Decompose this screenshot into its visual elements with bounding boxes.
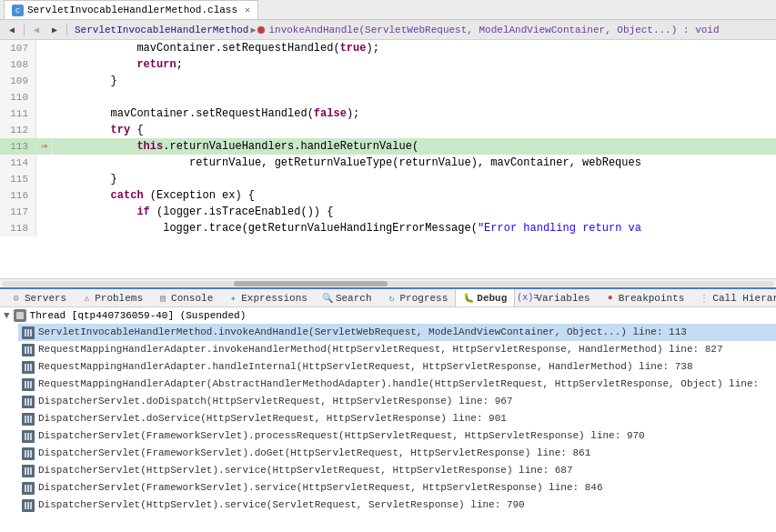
stack-frame-icon-4 (22, 396, 35, 408)
tab-console-label: Console (171, 293, 213, 304)
stack-frame-icon-2 (22, 361, 35, 374)
editor-tab[interactable]: C ServletInvocableHandlerMethod.class ✕ (4, 0, 258, 19)
toolbar-separator-2 (66, 24, 67, 36)
thread-header: ▼ Thread [qtp440736059-40] (Suspended) (0, 307, 776, 324)
stack-frame-text-3: RequestMappingHandlerAdapter(AbstractHan… (38, 376, 759, 392)
line-number-114: 114 (0, 155, 36, 171)
tab-search-label: Search (336, 293, 372, 304)
stack-frame-text-2: RequestMappingHandlerAdapter.handleInter… (38, 359, 693, 375)
search-icon: 🔍 (322, 293, 333, 304)
code-editor: 107 mavContainer.setRequestHandled(true)… (0, 40, 776, 278)
console-icon: ▤ (157, 293, 168, 304)
thread-icon (14, 309, 26, 322)
debug-panel: ▼ Thread [qtp440736059-40] (Suspended) S… (0, 307, 776, 532)
problems-icon: ⚠ (81, 293, 92, 304)
stack-frame-9[interactable]: DispatcherServlet(FrameworkServlet).serv… (18, 479, 776, 497)
stack-frame-icon-7 (22, 447, 35, 460)
stack-frame-text-9: DispatcherServlet(FrameworkServlet).serv… (38, 480, 603, 496)
stack-frame-text-0: ServletInvocableHandlerMethod.invokeAndH… (38, 325, 687, 340)
progress-icon: ↻ (386, 293, 397, 304)
gutter-113: ⇒ (36, 138, 53, 155)
stack-frame-10[interactable]: DispatcherServlet(HttpServlet).service(S… (18, 497, 776, 514)
thread-expand-button[interactable]: ▼ (4, 310, 10, 321)
tab-debug[interactable]: 🐛 Debug (455, 288, 515, 307)
stack-frame-text-10: DispatcherServlet(HttpServlet).service(S… (38, 497, 525, 513)
code-line-115: 115 } (0, 171, 776, 187)
tab-progress-label: Progress (399, 293, 448, 304)
tab-servers[interactable]: ⚙ Servers (4, 288, 74, 307)
stack-frame-icon-9 (22, 482, 35, 495)
code-lines: 107 mavContainer.setRequestHandled(true)… (0, 40, 776, 278)
line-number-108: 108 (0, 56, 36, 73)
code-line-110: 110 (0, 89, 776, 105)
breadcrumb-class[interactable]: ServletInvocableHandlerMethod (75, 25, 248, 35)
stack-frame-text-8: DispatcherServlet(HttpServlet).service(H… (38, 463, 573, 478)
line-number-116: 116 (0, 187, 36, 204)
line-number-113: 113 (0, 138, 36, 155)
scrollbar-thumb[interactable] (234, 281, 388, 286)
stack-list: ServletInvocableHandlerMethod.invokeAndH… (0, 324, 776, 514)
stack-frame-text-4: DispatcherServlet.doDispatch(HttpServlet… (38, 394, 513, 409)
tab-search[interactable]: 🔍 Search (315, 288, 379, 307)
expressions-icon: ✦ (227, 293, 238, 304)
breadcrumb: ServletInvocableHandlerMethod ▶ invokeAn… (71, 21, 772, 39)
forward-btn2[interactable]: ▶ (46, 23, 63, 37)
editor-toolbar: ◀ ◀ ▶ ServletInvocableHandlerMethod ▶ in… (0, 20, 776, 40)
stack-frame-3[interactable]: RequestMappingHandlerAdapter(AbstractHan… (18, 376, 776, 393)
tab-close-button[interactable]: ✕ (245, 5, 250, 15)
tab-variables[interactable]: (x)= Variables (515, 288, 597, 307)
tab-problems-label: Problems (95, 293, 143, 304)
line-number-112: 112 (0, 122, 36, 138)
tab-breakpoints[interactable]: ● Breakpoints (598, 288, 692, 307)
stack-frame-4[interactable]: DispatcherServlet.doDispatch(HttpServlet… (18, 393, 776, 410)
tab-variables-label: Variables (536, 293, 590, 304)
back-button[interactable]: ◀ (4, 23, 20, 37)
variables-icon: (x)= (522, 293, 533, 304)
tab-expressions[interactable]: ✦ Expressions (220, 288, 315, 307)
breadcrumb-method[interactable]: invokeAndHandle(ServletWebRequest, Model… (268, 25, 719, 35)
line-number-118: 118 (0, 220, 36, 236)
bottom-tab-bar: ⚙ Servers ⚠ Problems ▤ Console ✦ Express… (0, 287, 776, 307)
stack-frame-text-5: DispatcherServlet.doService(HttpServletR… (38, 411, 507, 427)
breakpoints-icon: ● (605, 293, 616, 304)
code-line-116: 116 catch (Exception ex) { (0, 187, 776, 204)
class-icon: C (12, 5, 24, 16)
stack-frame-1[interactable]: RequestMappingHandlerAdapter.invokeHandl… (18, 341, 776, 358)
line-content-116: catch (Exception ex) { (53, 187, 255, 204)
stack-frame-6[interactable]: DispatcherServlet(FrameworkServlet).proc… (18, 427, 776, 445)
stack-frame-text-7: DispatcherServlet(FrameworkServlet).doGe… (38, 446, 590, 461)
line-number-110: 110 (0, 89, 36, 105)
stack-frame-5[interactable]: DispatcherServlet.doService(HttpServletR… (18, 410, 776, 427)
code-line-114: 114 returnValue, getReturnValueType(retu… (0, 155, 776, 171)
stack-frame-icon-1 (22, 344, 35, 356)
code-line-118: 118 logger.trace(getReturnValueHandlingE… (0, 220, 776, 236)
line-content-113: this.returnValueHandlers.handleReturnVal… (53, 138, 418, 155)
stack-frame-8[interactable]: DispatcherServlet(HttpServlet).service(H… (18, 462, 776, 479)
stack-frame-2[interactable]: RequestMappingHandlerAdapter.handleInter… (18, 358, 776, 376)
code-line-109: 109 } (0, 73, 776, 89)
forward-button[interactable]: ◀ (28, 23, 45, 37)
tab-call-hierarchy[interactable]: ⋮ Call Hierarchy (691, 288, 776, 307)
thread-icon-inner (16, 312, 24, 319)
servers-icon: ⚙ (11, 293, 22, 304)
tab-console[interactable]: ▤ Console (150, 288, 220, 307)
line-content-109: } (53, 73, 117, 89)
debug-icon: 🐛 (463, 293, 474, 304)
tab-expressions-label: Expressions (241, 293, 307, 304)
code-line-107: 107 mavContainer.setRequestHandled(true)… (0, 40, 776, 56)
line-number-115: 115 (0, 171, 36, 187)
stack-frame-7[interactable]: DispatcherServlet(FrameworkServlet).doGe… (18, 445, 776, 462)
stack-frame-0[interactable]: ServletInvocableHandlerMethod.invokeAndH… (18, 324, 776, 341)
tab-bar: C ServletInvocableHandlerMethod.class ✕ (0, 0, 776, 20)
horizontal-scrollbar[interactable] (0, 278, 776, 287)
stack-frame-text-1: RequestMappingHandlerAdapter.invokeHandl… (38, 342, 723, 357)
stack-frame-text-6: DispatcherServlet(FrameworkServlet).proc… (38, 428, 645, 444)
execution-arrow: ⇒ (41, 138, 47, 155)
scrollbar-track[interactable] (2, 281, 774, 286)
tab-debug-label: Debug (477, 293, 507, 304)
line-content-115: } (53, 171, 117, 187)
tab-problems[interactable]: ⚠ Problems (74, 288, 150, 307)
line-number-111: 111 (0, 105, 36, 122)
code-line-111: 111 mavContainer.setRequestHandled(false… (0, 105, 776, 122)
tab-progress[interactable]: ↻ Progress (378, 288, 455, 307)
